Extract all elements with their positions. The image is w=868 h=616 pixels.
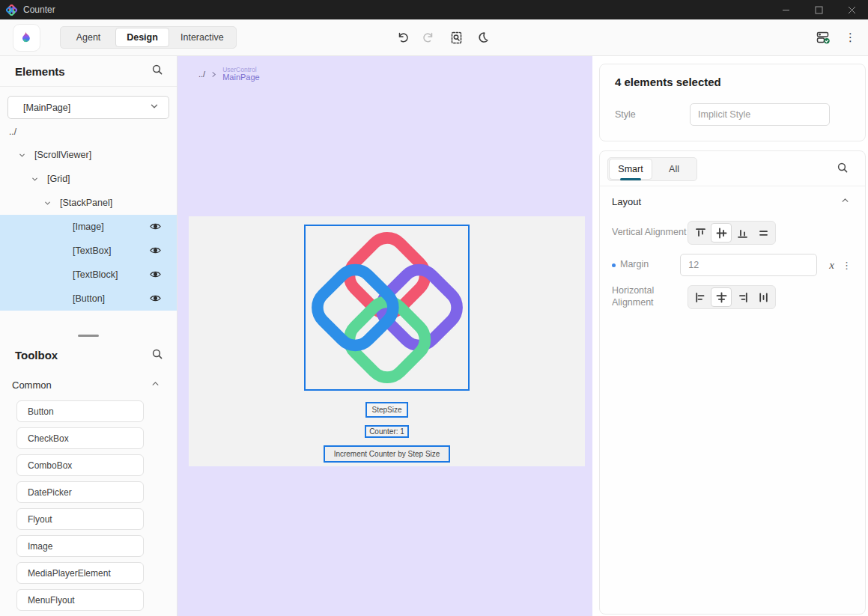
tree-item-button[interactable]: [Button] <box>0 287 177 311</box>
page-scope-dropdown[interactable]: [MainPage] <box>7 96 169 119</box>
chevron-down-icon[interactable] <box>31 175 40 183</box>
close-button[interactable] <box>835 0 868 19</box>
app-window: Counter <box>0 0 868 616</box>
eye-icon[interactable] <box>149 293 162 306</box>
align-bottom-icon <box>736 227 749 240</box>
margin-row: Margin x ⋮ <box>600 254 865 276</box>
halign-stretch-button[interactable] <box>753 287 774 307</box>
breadcrumb-root[interactable]: ../ <box>198 70 205 79</box>
layout-section-header[interactable]: Layout <box>600 186 865 215</box>
elements-search-icon[interactable] <box>151 64 163 79</box>
tree-item-label: [ScrollViewer] <box>34 150 91 160</box>
panel-splitter[interactable] <box>0 311 177 340</box>
margin-label: Margin <box>620 259 649 271</box>
theme-toggle-button[interactable] <box>473 28 493 47</box>
tree-item-label: [Grid] <box>47 174 70 184</box>
device-preview-button[interactable] <box>813 28 833 47</box>
uno-logo-image <box>307 228 467 388</box>
toolbox-section-common[interactable]: Common <box>0 373 177 396</box>
element-tree: [ScrollViewer] [Grid] [StackPanel] [Imag… <box>0 143 177 311</box>
style-input[interactable] <box>690 103 830 126</box>
selected-button-element[interactable]: Increment Counter by Step Size <box>324 445 451 463</box>
toolbox-panel: Toolbox Common Button CheckBox ComboBox … <box>0 340 177 616</box>
eye-icon[interactable] <box>149 221 162 234</box>
toolbox-item-datepicker[interactable]: DatePicker <box>16 481 144 503</box>
tree-item-image[interactable]: [Image] <box>0 215 177 239</box>
tab-all[interactable]: All <box>652 159 696 180</box>
tree-item-textblock[interactable]: [TextBlock] <box>0 263 177 287</box>
style-label: Style <box>615 109 690 120</box>
chevron-up-icon <box>840 195 850 207</box>
vertical-alignment-group <box>688 221 776 245</box>
properties-card: Smart All Layout Vertical Alignment <box>599 150 866 615</box>
redo-button[interactable] <box>419 28 439 47</box>
tree-item-label: [Image] <box>73 222 104 232</box>
chevron-down-icon[interactable] <box>43 199 52 207</box>
tree-item-scrollviewer[interactable]: [ScrollViewer] <box>0 143 177 167</box>
selected-textblock-element[interactable]: Counter: 1 <box>365 425 409 438</box>
toolbox-item-combobox[interactable]: ComboBox <box>16 454 144 476</box>
toolbox-item-mediaplayerelement[interactable]: MediaPlayerElement <box>16 562 144 584</box>
toolbox-item-image[interactable]: Image <box>16 535 144 557</box>
chevron-down-icon[interactable] <box>18 151 27 159</box>
redo-icon <box>422 31 436 44</box>
tree-item-label: [StackPanel] <box>60 198 112 208</box>
align-hstretch-icon <box>757 291 770 304</box>
halign-right-button[interactable] <box>732 287 753 307</box>
valign-stretch-button[interactable] <box>753 223 774 243</box>
hot-design-flame-button[interactable] <box>13 24 40 52</box>
property-set-indicator <box>612 263 616 267</box>
tree-root-path[interactable]: ../ <box>9 126 177 137</box>
expression-binding-button[interactable]: x <box>829 259 834 272</box>
align-vstretch-icon <box>757 227 770 240</box>
horizontal-alignment-row: Horizontal Alignment <box>600 285 865 309</box>
toolbox-item-checkbox[interactable]: CheckBox <box>16 427 144 449</box>
title-bar: Counter <box>0 0 868 19</box>
left-panel: Elements [MainPage] ../ [ScrollViewer] <box>0 56 177 616</box>
tree-item-stackpanel[interactable]: [StackPanel] <box>0 191 177 215</box>
tab-agent[interactable]: Agent <box>61 28 115 47</box>
toolbox-item-button[interactable]: Button <box>16 400 144 422</box>
undo-button[interactable] <box>392 28 412 47</box>
toolbox-panel-title: Toolbox <box>15 349 58 362</box>
properties-panel: 4 elements selected Style Smart All <box>592 56 868 616</box>
selection-card: 4 elements selected Style <box>599 64 866 141</box>
align-left-icon <box>694 291 707 304</box>
breadcrumb-page-name[interactable]: MainPage <box>222 73 260 82</box>
more-options-button[interactable]: ⋮ <box>845 31 856 44</box>
page-design-surface[interactable]: StepSize Counter: 1 Increment Counter by… <box>189 216 585 466</box>
halign-left-button[interactable] <box>690 287 711 307</box>
chevron-up-icon <box>151 379 160 391</box>
inspect-element-button[interactable] <box>446 28 466 47</box>
chevron-down-icon <box>149 101 160 114</box>
toolbox-item-flyout[interactable]: Flyout <box>16 508 144 530</box>
maximize-button[interactable] <box>802 0 835 19</box>
layout-section-title: Layout <box>612 196 641 207</box>
devices-check-icon <box>816 30 831 46</box>
properties-search-icon[interactable] <box>837 162 849 177</box>
margin-input[interactable] <box>680 254 817 276</box>
toolbox-search-icon[interactable] <box>151 348 163 363</box>
tab-interactive[interactable]: Interactive <box>169 28 235 47</box>
splitter-grip[interactable] <box>78 335 99 337</box>
tab-smart[interactable]: Smart <box>609 159 652 180</box>
design-canvas[interactable]: ../ UserControl MainPage <box>177 56 592 616</box>
valign-center-button[interactable] <box>711 223 732 243</box>
vertical-alignment-label: Vertical Alignment <box>612 227 688 239</box>
valign-bottom-button[interactable] <box>732 223 753 243</box>
align-top-icon <box>694 227 707 240</box>
toolbox-item-menuflyout[interactable]: MenuFlyout <box>16 589 144 611</box>
valign-top-button[interactable] <box>690 223 711 243</box>
tab-design[interactable]: Design <box>115 28 169 47</box>
eye-icon[interactable] <box>149 269 162 282</box>
eye-icon[interactable] <box>149 245 162 258</box>
margin-more-button[interactable]: ⋮ <box>842 260 852 271</box>
tree-item-grid[interactable]: [Grid] <box>0 167 177 191</box>
inspector-tab-group: Smart All <box>607 157 697 181</box>
tree-item-textbox[interactable]: [TextBox] <box>0 239 177 263</box>
tree-item-label: [Button] <box>73 293 105 304</box>
minimize-button[interactable] <box>769 0 802 19</box>
halign-center-button[interactable] <box>711 287 732 307</box>
selected-image-element[interactable] <box>304 225 470 391</box>
selected-textbox-element[interactable]: StepSize <box>365 402 407 418</box>
